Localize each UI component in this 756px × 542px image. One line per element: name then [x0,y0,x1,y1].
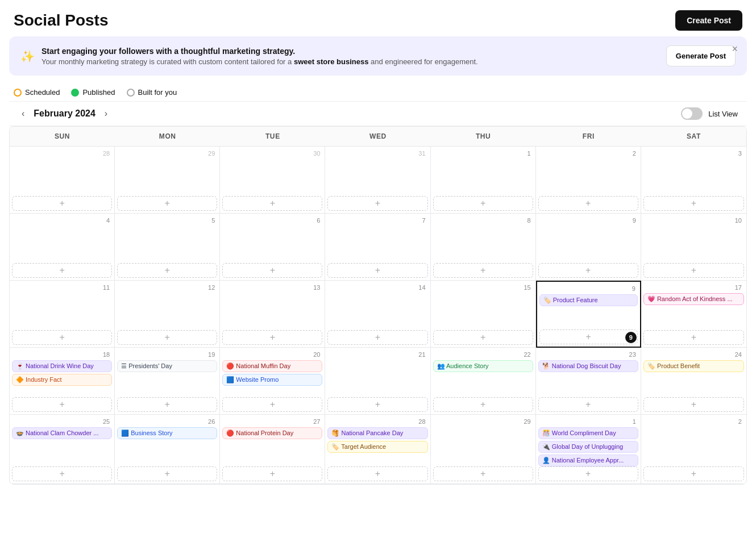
event-pill[interactable]: 👥 Audience Story [433,360,533,372]
add-event-button[interactable]: + [538,196,638,211]
built-dot [127,89,135,97]
events-container [12,226,112,263]
add-event-button[interactable]: + [539,330,638,344]
events-container: 🏷️ Product Feature [539,294,638,330]
add-event-button[interactable]: + [327,196,427,211]
add-event-button[interactable]: + [222,330,322,345]
event-pill[interactable]: 🔌 Global Day of Unplugging [538,441,638,453]
add-event-button[interactable]: + [222,263,322,278]
add-event-button[interactable]: + [12,397,112,412]
close-icon[interactable]: × [732,43,738,55]
calendar-nav: ‹ February 2024 › List View [9,101,747,126]
event-pill[interactable]: 🎊 World Compliment Day [538,427,638,439]
cal-cell: 31+ [325,147,430,214]
cal-cell: 5+ [115,214,220,281]
add-event-button[interactable]: + [117,330,217,345]
generate-post-button[interactable]: Generate Post [666,45,736,66]
add-event-button[interactable]: + [538,263,638,278]
add-event-button[interactable]: + [12,330,112,345]
cal-cell: 6+ [220,214,325,281]
day-number: 12 [117,283,217,292]
event-pill[interactable]: 🍲 National Clam Chowder ... [12,427,112,439]
create-post-button[interactable]: Create Post [675,10,742,31]
add-event-button[interactable]: + [117,263,217,278]
add-event-button[interactable]: + [538,466,638,481]
banner-icon: ✨ [20,49,35,63]
add-event-button[interactable]: + [12,466,112,481]
add-event-button[interactable]: + [433,196,533,211]
event-pill[interactable]: 🐕 National Dog Biscuit Day [538,360,638,372]
add-event-button[interactable]: + [643,196,744,211]
events-container [538,226,638,263]
events-container: 🎊 World Compliment Day🔌 Global Day of Un… [538,427,638,466]
add-event-button[interactable]: + [327,330,427,345]
list-view-label: List View [708,110,738,118]
cal-cell: 10+ [641,214,746,281]
day-number: 23 [538,350,638,359]
add-event-button[interactable]: + [222,466,322,481]
add-event-button[interactable]: + [538,397,638,412]
event-pill[interactable]: 🔶 Industry Fact [12,374,112,386]
event-pill[interactable]: 🥞 National Pancake Day [327,427,427,439]
cal-cell: 29+ [431,415,536,484]
page-header: Social Posts Create Post [0,0,756,36]
add-event-button[interactable]: + [222,397,322,412]
event-pill[interactable]: 🟦 Website Promo [222,374,322,386]
prev-month-button[interactable]: ‹ [18,107,28,120]
list-view-toggle[interactable] [681,107,703,120]
add-event-button[interactable]: + [327,263,427,278]
events-container: 🥞 National Pancake Day🏷️ Target Audience [327,427,427,466]
calendar-grid: 28+29+30+31+1+2+3+4+5+6+7+8+9+10+11+12+1… [10,147,746,484]
add-event-button[interactable]: + [643,397,744,412]
cal-cell: 1+ [431,147,536,214]
event-pill[interactable]: 💗 Random Act of Kindness ... [643,293,744,305]
events-container [643,159,744,196]
add-event-button[interactable]: + [117,196,217,211]
banner-sub-end: and engineered for engagement. [368,57,477,66]
add-event-button[interactable]: + [433,263,533,278]
events-container [643,226,744,263]
event-pill[interactable]: 🍷 National Drink Wine Day [12,360,112,372]
add-event-button[interactable]: + [643,330,744,345]
add-event-button[interactable]: + [12,196,112,211]
event-pill[interactable]: 🟦 Business Story [117,427,217,439]
add-event-button[interactable]: + [643,466,744,481]
add-event-button[interactable]: + [117,397,217,412]
next-month-button[interactable]: › [101,107,111,120]
event-pill[interactable]: ☰ Presidents' Day [117,360,217,372]
add-event-button[interactable]: + [643,263,744,278]
event-pill[interactable]: 🔴 National Muffin Day [222,360,322,372]
add-event-button[interactable]: + [433,330,533,345]
day-number: 1 [538,417,638,426]
event-pill[interactable]: 🏷️ Product Benefit [643,360,744,372]
add-event-button[interactable]: + [433,397,533,412]
day-number: 31 [327,149,427,158]
calendar-header: Sun Mon Tue Wed Thu Fri Sat [10,127,746,147]
event-pill[interactable]: 🏷️ Target Audience [327,441,427,453]
add-event-button[interactable]: + [117,466,217,481]
header-thu: Thu [431,127,536,146]
cal-cell: 26🟦 Business Story+ [115,415,220,484]
day-number: 10 [643,216,744,225]
cal-cell: 30+ [220,147,325,214]
day-number: 9 [539,284,638,293]
events-container [117,159,217,196]
event-pill[interactable]: 🏷️ Product Feature [539,294,638,306]
day-number: 22 [433,350,533,359]
add-event-button[interactable]: + [327,466,427,481]
banner-subtitle: Your monthly marketing strategy is curat… [41,57,659,66]
day-number: 7 [327,216,427,225]
add-event-button[interactable]: + [222,196,322,211]
add-event-button[interactable]: + [12,263,112,278]
event-pill[interactable]: 🔴 National Protein Day [222,427,322,439]
cal-cell: 28+ [10,147,115,214]
cal-cell: 1🎊 World Compliment Day🔌 Global Day of U… [536,415,641,484]
events-container [12,293,112,330]
events-container [433,293,533,330]
add-event-button[interactable]: + [433,466,533,481]
header-sat: Sat [641,127,746,146]
day-number: 18 [12,350,112,359]
built-label: Built for you [138,88,177,97]
event-pill[interactable]: 👤 National Employee Appr... [538,455,638,466]
add-event-button[interactable]: + [327,397,427,412]
